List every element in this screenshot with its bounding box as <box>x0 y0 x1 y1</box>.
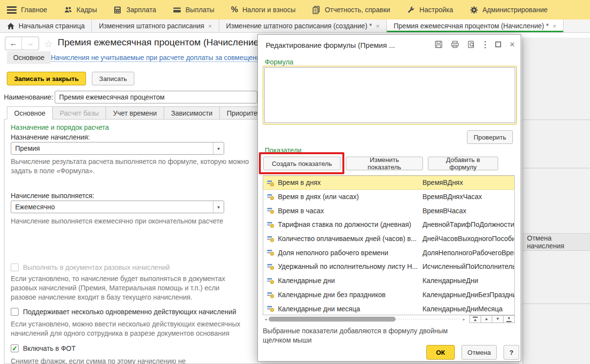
section-heading: Назначение и порядок расчета <box>11 123 109 131</box>
period-select[interactable]: Ежемесячно ▾ <box>11 201 224 213</box>
horizontal-scrollbar[interactable]: ◄ ► ▲ ▲ ▼ ▼ <box>263 315 515 323</box>
period-hint: Начисление выполняется ежемесячно при ок… <box>11 217 265 226</box>
tab-staff-changes[interactable]: Изменения штатного расписания × <box>92 20 219 32</box>
divider <box>523 303 590 304</box>
tab-base-calc[interactable]: Расчет базы <box>53 106 106 120</box>
add-to-formula-button[interactable]: Добавить в формулу <box>428 157 498 170</box>
checkbox-box[interactable] <box>11 308 19 316</box>
menu-label: Зарплата <box>126 6 156 14</box>
chevron-down-icon[interactable]: ▾ <box>213 142 224 154</box>
indicator-name: Календарные дни <box>278 277 420 284</box>
checkbox-label: Поддерживает несколько одновременно дейс… <box>23 308 236 316</box>
list-item[interactable]: Время в днях (или часах) ВремяВДняхЧасах <box>263 190 514 204</box>
print-icon[interactable] <box>451 40 459 48</box>
tab-premium-accrual[interactable]: Премия ежемесячная процентом (Начисление… <box>387 20 564 32</box>
save-and-close-button[interactable]: Записать и закрыть <box>7 72 86 85</box>
indicator-icon <box>267 292 274 298</box>
indicator-icon <box>267 236 274 242</box>
related-accruals-link[interactable]: Начисления не учитываемые при расчете до… <box>51 54 264 62</box>
more-icon[interactable] <box>484 41 487 48</box>
menu-item-settings[interactable]: Настройка <box>407 6 453 14</box>
chevron-down-icon[interactable]: ▾ <box>213 201 224 213</box>
menu-item-salary[interactable]: Зарплата <box>113 6 156 14</box>
scroll-to-bottom-button[interactable]: ▼ <box>503 315 515 323</box>
close-icon[interactable]: × <box>376 22 379 30</box>
menu-item-main[interactable]: Главное <box>7 6 47 14</box>
checkbox-multiple-accruals[interactable]: Поддерживает несколько одновременно дейс… <box>11 308 236 316</box>
preview-icon[interactable] <box>467 40 475 48</box>
list-item[interactable]: Количество оплачиваемых дней (часов) в..… <box>263 232 514 246</box>
calculator-icon <box>113 6 122 14</box>
nav-section-basic[interactable]: Основное <box>7 51 51 64</box>
scroll-right-icon[interactable]: ► <box>461 318 467 321</box>
list-item[interactable]: Удержанный по исполнительному листу Н...… <box>263 260 514 274</box>
cancel-button[interactable]: Отмена <box>462 345 497 360</box>
indicator-id: ВремяВЧасах <box>422 207 514 215</box>
scroll-up-button[interactable]: ▲ <box>481 315 492 323</box>
dialog-toolbar: × <box>435 40 515 48</box>
scrollbar-thumb[interactable] <box>269 317 396 322</box>
indicator-name: Время в часах <box>278 207 420 215</box>
save-button[interactable]: Записать <box>92 72 134 85</box>
tab-dependencies[interactable]: Зависимости <box>164 106 220 120</box>
form-tabstrip: Основное Расчет базы Учет времени Зависи… <box>7 106 295 120</box>
list-item[interactable]: Тарифная ставка по должности (дневная) Д… <box>263 218 514 232</box>
gear-icon <box>470 6 478 14</box>
menu-item-hr[interactable]: Кадры <box>64 6 97 14</box>
list-item[interactable]: Доля неполного рабочего времени ДоляНепо… <box>263 245 514 260</box>
create-indicator-button[interactable]: Создать показатель <box>263 157 340 170</box>
menu-item-reports[interactable]: Отчетность, справки <box>312 6 390 14</box>
tab-time-accounting[interactable]: Учет времени <box>106 106 164 120</box>
help-button[interactable]: ? <box>504 345 519 360</box>
indicators-label: Показатели <box>265 146 301 154</box>
indicator-id: КалендарныеДниМесяца <box>422 305 514 313</box>
indicator-id: ИсчисленныйПоИсполнительн <box>422 263 514 270</box>
tab-home[interactable]: Начальная страница <box>0 20 92 32</box>
checkbox-fot-hint: Снимите флажок, если сумма по этому начи… <box>11 357 250 364</box>
forward-button[interactable]: → <box>22 37 39 50</box>
scrollbar-track[interactable] <box>269 317 461 322</box>
scroll-to-top-button[interactable]: ▲ <box>469 315 481 323</box>
list-item[interactable]: Календарные дни КалендарныеДни <box>263 274 514 288</box>
indicator-icon <box>267 264 274 270</box>
back-button[interactable]: ← <box>5 37 22 50</box>
indicator-id: ВремяВДнях <box>422 179 514 186</box>
indicator-icon <box>267 208 274 214</box>
edit-indicator-button[interactable]: Изменить показатель <box>346 157 423 170</box>
list-item[interactable]: Время в днях ВремяВДнях <box>263 176 514 190</box>
close-icon[interactable]: × <box>509 41 515 47</box>
menu-item-payments[interactable]: Выплаты <box>173 6 214 14</box>
menu-item-admin[interactable]: Администрирование <box>470 6 548 14</box>
checkbox-one-time-docs[interactable]: Выполнять в документах разовых начислени… <box>11 263 170 271</box>
name-input[interactable] <box>55 91 257 103</box>
checkbox-label: Включать в ФОТ <box>23 344 76 352</box>
list-item[interactable]: Календарные дни месяца КалендарныеДниМес… <box>263 302 514 315</box>
scroll-left-icon[interactable]: ◄ <box>263 318 269 321</box>
divider <box>523 120 590 120</box>
indicator-name: Время в днях (или часах) <box>278 193 420 201</box>
maximize-icon[interactable] <box>495 41 501 47</box>
checkbox-box[interactable] <box>11 263 19 271</box>
purpose-select[interactable]: Премия ▾ <box>11 142 224 155</box>
tab-staff-change-new[interactable]: Изменение штатного расписания (создание)… <box>219 20 387 32</box>
checkbox-multiple-hint: Если установлено, можно ввести несколько… <box>11 320 250 338</box>
checkbox-include-fot[interactable]: ✓ Включать в ФОТ <box>11 344 76 352</box>
page-title: Премия ежемесячная процентом (Начисление <box>58 37 259 48</box>
name-label: Наименование: <box>4 93 53 101</box>
indicator-id: КалендарныеДни <box>422 277 514 284</box>
check-formula-button[interactable]: Проверить <box>467 130 513 144</box>
list-item[interactable]: Календарные дни без праздников Календарн… <box>263 288 514 302</box>
close-icon[interactable]: × <box>208 22 212 30</box>
save-icon[interactable] <box>435 40 442 48</box>
scroll-down-button[interactable]: ▼ <box>492 315 504 323</box>
list-item[interactable]: Время в часах ВремяВЧасах <box>263 203 514 218</box>
menu-item-taxes[interactable]: % Налоги и взносы <box>231 5 295 14</box>
close-icon[interactable]: × <box>552 22 556 30</box>
tab-basic[interactable]: Основное <box>7 106 53 120</box>
favorite-star-icon[interactable]: ☆ <box>44 38 53 50</box>
checkbox-box[interactable]: ✓ <box>11 344 19 352</box>
ok-button[interactable]: ОК <box>426 345 455 360</box>
formula-textarea[interactable] <box>264 67 515 123</box>
checkbox-one-time-hint: Если установлено, то начисление будет вы… <box>11 274 240 302</box>
cancel-accrual-section[interactable]: Отмена начисления <box>523 233 590 251</box>
